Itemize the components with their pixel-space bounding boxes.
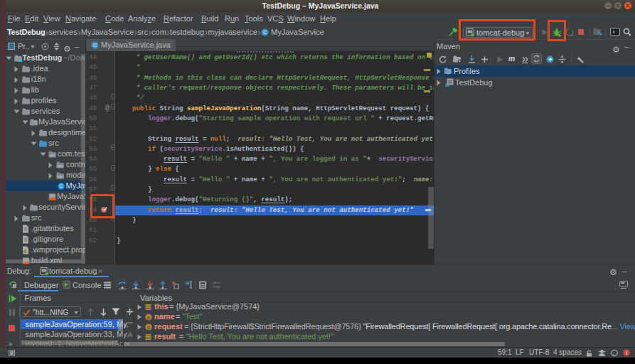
svg-text:C: C: [93, 43, 97, 48]
svg-text:!: !: [626, 350, 628, 356]
svg-text:p: p: [147, 314, 150, 320]
svg-text:C: C: [59, 183, 63, 188]
svg-text:C: C: [263, 30, 267, 35]
svg-text:p: p: [147, 324, 150, 330]
svg-text:m: m: [445, 82, 449, 87]
